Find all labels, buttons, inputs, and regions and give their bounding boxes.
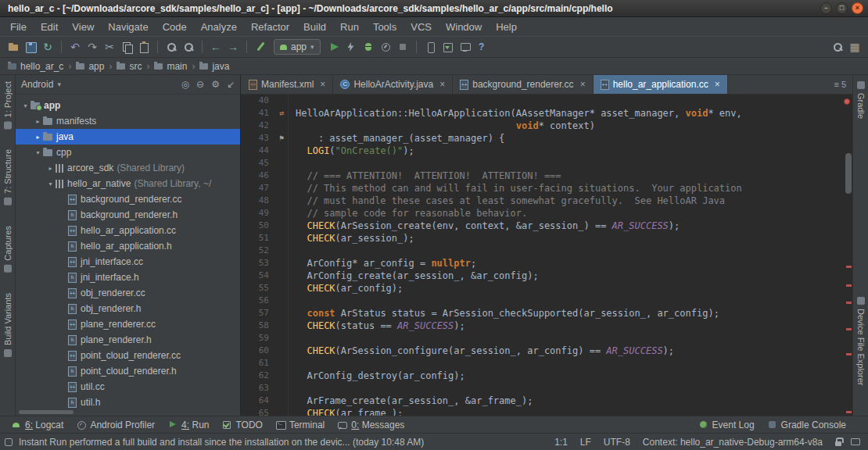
line-number[interactable]: 58 xyxy=(241,320,275,332)
code-line-61[interactable]: 61 xyxy=(241,357,852,370)
redo-icon[interactable]: ↷ xyxy=(85,40,99,54)
code-line-44[interactable]: 44 LOGI("OnCreate()"); xyxy=(241,145,852,157)
code-line-52[interactable]: 52 xyxy=(241,245,852,257)
locate-icon[interactable]: ◎ xyxy=(181,79,189,90)
stop-icon[interactable] xyxy=(396,40,410,54)
code-line-50[interactable]: 50 CHECK(ArSession_create(env, context, … xyxy=(241,220,852,232)
code-line-43[interactable]: 43⚑ : asset_manager_(asset_manager) { xyxy=(241,132,852,145)
undo-icon[interactable]: ↶ xyxy=(68,40,82,54)
line-number[interactable]: 51 xyxy=(241,232,275,245)
code-line-40[interactable]: 40 xyxy=(241,95,852,107)
hide-panel-icon[interactable]: ↙ xyxy=(227,79,235,90)
code-viewport[interactable]: 4041⇄HelloArApplication::HelloArApplicat… xyxy=(241,95,852,416)
tool-button-terminal[interactable]: Terminal xyxy=(269,419,331,431)
menu-item-edit[interactable]: Edit xyxy=(34,20,65,34)
code-line-53[interactable]: 53 ArConfig* ar_config = nullptr; xyxy=(241,257,852,270)
avd-manager-icon[interactable] xyxy=(423,40,437,54)
error-stripe-mark[interactable] xyxy=(846,411,852,413)
chevron-expanded-icon[interactable]: ▾ xyxy=(33,149,43,156)
collapse-all-icon[interactable]: ⊖ xyxy=(196,79,204,90)
code-line-54[interactable]: 54 ArConfig_create(ar_session_, &ar_conf… xyxy=(241,270,852,282)
line-number[interactable]: 61 xyxy=(241,357,275,370)
close-tab-icon[interactable]: × xyxy=(580,79,586,90)
tool-stripe-button-gradle[interactable]: Gradle xyxy=(856,81,866,119)
cut-icon[interactable]: ✂ xyxy=(102,40,117,54)
breadcrumb-item-java[interactable]: java xyxy=(199,61,229,72)
code-line-56[interactable]: 56 xyxy=(241,295,852,307)
line-number[interactable]: 50 xyxy=(241,220,275,232)
file-encoding[interactable]: UTF-8 xyxy=(604,437,630,448)
menu-item-window[interactable]: Window xyxy=(439,20,489,34)
tree-item-obj-renderer-h[interactable]: hobj_renderer.h xyxy=(16,301,240,316)
line-number[interactable]: 48 xyxy=(241,195,275,207)
line-number[interactable]: 49 xyxy=(241,207,275,220)
tree-item-manifests[interactable]: ▸manifests xyxy=(16,113,240,129)
tree-item-hello-ar-application-h[interactable]: hhello_ar_application.h xyxy=(16,238,240,254)
settings-icon[interactable]: ⚙ xyxy=(211,79,220,90)
code-line-58[interactable]: 58 CHECK(status == AR_SUCCESS); xyxy=(241,320,852,332)
tool-button-gradle-console[interactable]: Gradle Console xyxy=(761,419,852,431)
menu-item-run[interactable]: Run xyxy=(333,20,366,34)
caret-position[interactable]: 1:1 xyxy=(554,437,568,448)
tool-stripe-button-captures[interactable]: Captures xyxy=(3,226,13,273)
code-line-51[interactable]: 51 CHECK(ar_session_); xyxy=(241,232,852,245)
line-number[interactable]: 47 xyxy=(241,182,275,195)
tool-stripe-button-build-variants[interactable]: Build Variants xyxy=(3,293,13,357)
chevron-collapsed-icon[interactable]: ▸ xyxy=(33,118,43,125)
code-line-41[interactable]: 41⇄HelloArApplication::HelloArApplicatio… xyxy=(241,107,852,120)
line-number[interactable]: 62 xyxy=(241,370,275,382)
line-number[interactable]: 45 xyxy=(241,157,275,170)
line-number[interactable]: 41 xyxy=(241,107,275,120)
tree-item-obj-renderer-cc[interactable]: ++obj_renderer.cc xyxy=(16,285,240,301)
editor-tab-background-renderer-cc[interactable]: ++background_renderer.cc× xyxy=(453,75,593,94)
code-line-45[interactable]: 45 xyxy=(241,157,852,170)
toolwindow-switcher-icon[interactable] xyxy=(5,438,13,446)
paste-icon[interactable] xyxy=(137,40,151,54)
tool-button-event-log[interactable]: Event Log xyxy=(692,419,761,431)
line-number[interactable]: 44 xyxy=(241,145,275,157)
error-stripe-mark[interactable] xyxy=(846,353,852,355)
code-line-60[interactable]: 60 CHECK(ArSession_configure(ar_session_… xyxy=(241,345,852,357)
line-number[interactable]: 57 xyxy=(241,307,275,320)
code-line-63[interactable]: 63 xyxy=(241,382,852,395)
tree-item-plane-renderer-cc[interactable]: ++plane_renderer.cc xyxy=(16,316,240,332)
tree-item-arcore-sdk[interactable]: ▸arcore_sdk (Shared Library) xyxy=(16,160,240,176)
line-number[interactable]: 55 xyxy=(241,282,275,295)
tree-item-cpp[interactable]: ▾cpp xyxy=(16,145,240,160)
code-line-65[interactable]: 65 CHECK(ar_frame_); xyxy=(241,407,852,416)
profiler-icon[interactable] xyxy=(378,40,393,54)
line-number[interactable]: 63 xyxy=(241,382,275,395)
device-monitor-icon[interactable] xyxy=(457,40,472,54)
make-project-icon[interactable] xyxy=(253,40,267,54)
breadcrumb-item-app[interactable]: app xyxy=(76,61,104,72)
error-stripe-mark[interactable] xyxy=(846,266,852,268)
window-close-button[interactable]: × xyxy=(852,2,863,14)
tool-button-android-profiler[interactable]: Android Profiler xyxy=(70,419,161,431)
menu-item-vcs[interactable]: VCS xyxy=(404,20,439,34)
project-view-selector[interactable]: Android ▾ xyxy=(21,79,61,90)
code-line-64[interactable]: 64 ArFrame_create(ar_session_, &ar_frame… xyxy=(241,395,852,407)
hidden-tabs-icon[interactable]: ≡ xyxy=(834,80,838,89)
run-config-select[interactable]: app▾ xyxy=(274,39,321,55)
window-maximize-button[interactable]: □ xyxy=(836,2,848,14)
sdk-manager-icon[interactable] xyxy=(440,40,454,54)
open-icon[interactable] xyxy=(6,40,20,54)
apply-changes-icon[interactable] xyxy=(344,40,358,54)
line-number[interactable]: 56 xyxy=(241,295,275,307)
tree-item-point-cloud-renderer-h[interactable]: hpoint_cloud_renderer.h xyxy=(16,363,240,379)
tree-item-hello-ar-native[interactable]: ▾hello_ar_native (Shared Library, ~/ xyxy=(16,176,240,191)
line-number[interactable]: 43 xyxy=(241,132,275,145)
chevron-collapsed-icon[interactable]: ▸ xyxy=(45,165,56,172)
line-number[interactable]: 42 xyxy=(241,120,275,132)
code-line-46[interactable]: 46 // === ATTENTION! ATTENTION! ATTENTIO… xyxy=(241,170,852,182)
tree-item-jni-interface-h[interactable]: hjni_interface.h xyxy=(16,270,240,285)
error-stripe-mark[interactable] xyxy=(846,328,852,330)
close-tab-icon[interactable]: × xyxy=(320,79,325,90)
debug-icon[interactable] xyxy=(361,40,375,54)
tree-item-background-renderer-h[interactable]: hbackground_renderer.h xyxy=(16,207,240,223)
menu-item-analyze[interactable]: Analyze xyxy=(194,20,244,34)
readonly-lock-icon[interactable] xyxy=(835,441,841,446)
code-line-47[interactable]: 47 // This method can and will fail in u… xyxy=(241,182,852,195)
menu-item-tools[interactable]: Tools xyxy=(366,20,404,34)
line-number[interactable]: 52 xyxy=(241,245,275,257)
